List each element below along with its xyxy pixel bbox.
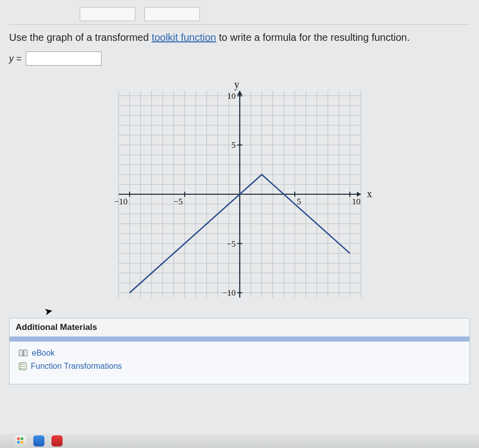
svg-rect-70	[20, 366, 22, 367]
svg-rect-68	[20, 364, 22, 365]
answer-input[interactable]	[26, 51, 101, 66]
svg-text:10: 10	[227, 91, 236, 101]
dock-app-2[interactable]	[33, 435, 44, 446]
previous-answer-row	[9, 7, 470, 21]
svg-text:−5: −5	[173, 197, 182, 206]
prev-input-1[interactable]	[80, 7, 135, 21]
svg-text:−10: −10	[222, 288, 236, 298]
svg-rect-73	[22, 368, 25, 369]
svg-text:−5: −5	[226, 239, 235, 249]
dock-app-finder[interactable]	[15, 435, 26, 446]
toolkit-function-link[interactable]: toolkit function	[151, 32, 216, 43]
svg-text:−10: −10	[114, 197, 128, 206]
materials-header: Additional Materials	[10, 318, 469, 337]
materials-divider	[10, 337, 469, 342]
svg-marker-47	[237, 91, 242, 95]
svg-rect-69	[22, 364, 25, 365]
svg-text:x: x	[367, 188, 372, 199]
answer-row: y =	[9, 51, 470, 66]
answer-label: y =	[9, 53, 22, 64]
materials-item-label[interactable]: eBook	[32, 349, 55, 358]
svg-text:y: y	[234, 79, 239, 90]
separator	[9, 24, 470, 25]
svg-text:10: 10	[352, 197, 360, 206]
prompt-text-post: to write a formula for the resulting fun…	[216, 32, 410, 43]
materials-item-ebook[interactable]: eBook	[19, 347, 460, 360]
list-icon	[19, 362, 27, 370]
dock-app-3[interactable]	[51, 435, 63, 446]
svg-text:5: 5	[231, 140, 236, 150]
chart: −10−5510−10−5510xy	[98, 71, 381, 313]
question-prompt: Use the graph of a transformed toolkit f…	[9, 32, 470, 43]
additional-materials: Additional Materials eBook	[9, 318, 470, 384]
materials-item-label[interactable]: Function Transformations	[31, 362, 122, 371]
dock	[0, 434, 479, 448]
prev-input-2[interactable]	[144, 7, 200, 21]
prompt-text-pre: Use the graph of a transformed	[9, 32, 151, 43]
svg-rect-71	[22, 366, 25, 367]
svg-rect-72	[20, 368, 22, 369]
svg-marker-46	[357, 192, 361, 197]
svg-text:5: 5	[297, 197, 301, 206]
materials-item-transformations[interactable]: Function Transformations	[19, 360, 460, 373]
book-icon	[19, 349, 28, 357]
